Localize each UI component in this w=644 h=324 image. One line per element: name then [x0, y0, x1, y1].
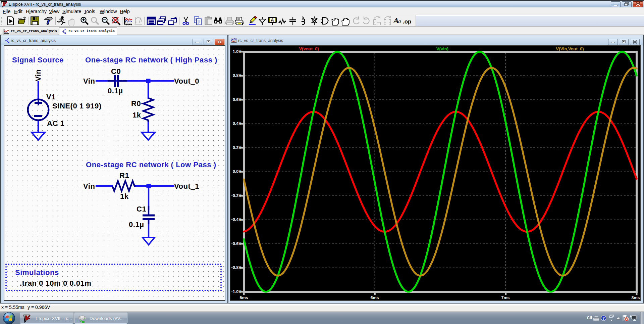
svg-text:R0: R0 — [131, 99, 141, 108]
svg-text:-0.4V: -0.4V — [231, 217, 242, 222]
svg-text:0.1µ: 0.1µ — [108, 87, 123, 95]
svg-text:-0.2V: -0.2V — [231, 193, 242, 198]
svg-text:Vin: Vin — [83, 182, 95, 190]
svg-text:-1.0V: -1.0V — [231, 289, 242, 294]
svg-text:.op: .op — [403, 18, 412, 25]
svg-text:Vin: Vin — [83, 77, 95, 85]
svg-text:Simulations: Simulations — [15, 268, 59, 277]
svg-text:.tran 0 10m 0 0.01m: .tran 0 10m 0 0.01m — [20, 279, 91, 287]
svg-text:a: a — [398, 18, 401, 25]
svg-text:8ms: 8ms — [631, 295, 640, 300]
svg-text:-0.6V: -0.6V — [231, 241, 242, 246]
svg-text:0.1µ: 0.1µ — [129, 220, 144, 229]
svg-text:V(vin): V(vin) — [436, 46, 448, 51]
svg-text:0.2V: 0.2V — [233, 145, 241, 150]
svg-text:6ms: 6ms — [370, 295, 379, 300]
svg-text:Vout_0: Vout_0 — [174, 77, 199, 85]
svg-text:One-stage RC network ( High Pa: One-stage RC network ( High Pass ) — [85, 56, 217, 64]
svg-text:-0.8V: -0.8V — [231, 265, 242, 270]
svg-text:1k: 1k — [132, 111, 141, 119]
svg-text:0.6V: 0.6V — [233, 97, 241, 102]
svg-text:C1: C1 — [137, 205, 146, 213]
svg-text:1.0V: 1.0V — [233, 49, 241, 54]
svg-text:7ms: 7ms — [501, 295, 509, 300]
svg-text:AC 1: AC 1 — [47, 119, 64, 128]
svg-text:V(Vin,Vout_0): V(Vin,Vout_0) — [556, 46, 584, 51]
svg-text:?: ? — [602, 316, 605, 320]
svg-text:0.4V: 0.4V — [233, 121, 241, 126]
svg-text:R1: R1 — [119, 171, 129, 180]
svg-text:5ms: 5ms — [239, 295, 248, 300]
svg-text:0.8V: 0.8V — [233, 73, 241, 78]
svg-text:One-stage RC network ( Low Pas: One-stage RC network ( Low Pass ) — [86, 160, 216, 169]
svg-text:Vout_1: Vout_1 — [174, 182, 199, 190]
svg-text:C0: C0 — [111, 67, 121, 76]
svg-text:V(vout_0): V(vout_0) — [299, 46, 319, 51]
svg-text:0.0V: 0.0V — [233, 169, 241, 174]
svg-text:1k: 1k — [120, 192, 129, 200]
svg-text:V1: V1 — [46, 93, 56, 101]
svg-text:Vin: Vin — [34, 70, 42, 81]
svg-text:SINE(0 1 919): SINE(0 1 919) — [52, 102, 102, 110]
svg-text:Signal Source: Signal Source — [12, 56, 64, 64]
svg-text:A: A — [271, 17, 274, 22]
